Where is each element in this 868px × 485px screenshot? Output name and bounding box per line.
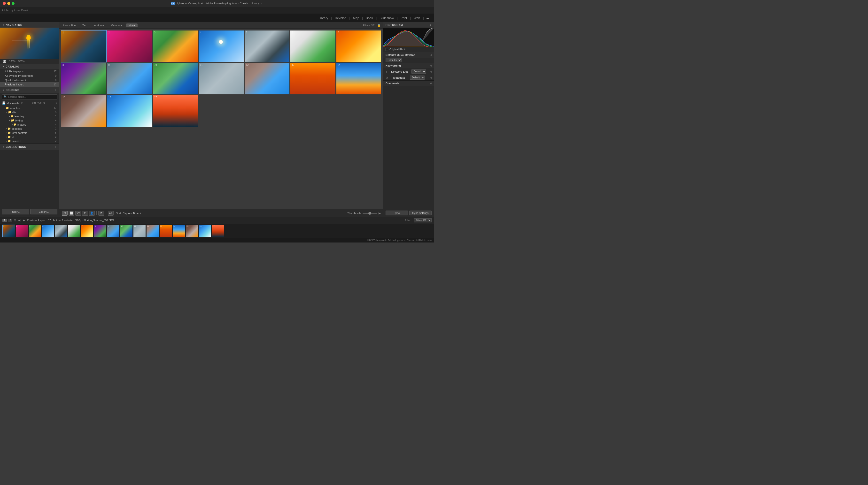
keyword-list-select[interactable]: Default [411, 69, 426, 73]
maximize-button[interactable] [11, 2, 14, 5]
folders-add-button[interactable]: + [55, 88, 57, 92]
filmstrip-grid-icon[interactable]: ⊞ [14, 219, 16, 222]
zoom-fit-button[interactable]: FIT [2, 60, 7, 63]
catalog-quick-collection[interactable]: Quick Collection + 0 [0, 78, 59, 82]
grid-cell-3[interactable]: 3 [153, 31, 198, 62]
folder-expand-icon[interactable]: ▶ [6, 128, 7, 130]
flag-button[interactable]: ⚑ [98, 211, 104, 216]
grid-cell-17[interactable]: 17 [153, 95, 198, 127]
view-grid-button[interactable]: ⊞ [62, 211, 68, 216]
catalog-synced-photos[interactable]: All Synced Photographs 0 [0, 73, 59, 78]
nav-print[interactable]: Print [398, 15, 409, 21]
grid-cell-1[interactable]: 1 [61, 31, 106, 62]
film-thumb-10[interactable]: 10 [120, 225, 133, 237]
film-thumb-13[interactable]: 13 [159, 225, 172, 237]
collections-add-button[interactable]: + [55, 145, 57, 149]
filmstrip-prev-button[interactable]: ◀ [18, 219, 21, 222]
sync-settings-button[interactable]: Sync Settings [409, 211, 432, 216]
collections-header[interactable]: ▼ Collections + [0, 144, 59, 150]
grid-cell-9[interactable]: 9 [107, 63, 152, 94]
folder-search-input[interactable]: 🔍 [2, 94, 57, 99]
title-chevron-icon[interactable]: ▼ [261, 2, 263, 5]
filmstrip-next-button[interactable]: ▶ [22, 219, 25, 222]
zoom-300-button[interactable]: 300% [18, 60, 25, 63]
grid-cell-5[interactable]: 5 [245, 31, 289, 62]
filmstrip-page-1[interactable]: 1 [2, 219, 7, 222]
nav-library[interactable]: Library [316, 15, 331, 21]
film-thumb-17[interactable]: 17 [212, 225, 224, 237]
photo-grid[interactable]: 1 2 3 4 [59, 29, 383, 209]
grid-cell-2[interactable]: 2 [107, 31, 152, 62]
folders-header[interactable]: ▼ Folders + [0, 87, 59, 93]
grid-cell-12[interactable]: 12 [245, 63, 289, 94]
folder-expand-icon[interactable]: ▶ [9, 116, 10, 118]
navigator-header[interactable]: ▼ Navigator [0, 22, 59, 28]
film-thumb-6[interactable]: 6 [68, 225, 81, 237]
nav-slideshow[interactable]: Slideshow [377, 15, 396, 21]
nav-web[interactable]: Web [411, 15, 423, 21]
comments-header[interactable]: Comments ◀ [383, 80, 434, 86]
folder-item-unicode[interactable]: ▶ 📁 unicode 2 [0, 139, 59, 143]
view-survey-button[interactable]: ⊟ [82, 211, 88, 216]
filter-metadata-button[interactable]: Metadata [108, 24, 124, 27]
keywording-header[interactable]: Keywording ◀ [383, 63, 434, 68]
grid-cell-4[interactable]: 4 [199, 31, 244, 62]
folder-item-dita[interactable]: ▼ 📁 dita 5 [0, 110, 59, 114]
folder-item-learning[interactable]: ▶ 📁 learning 1 [0, 114, 59, 118]
folder-item-tei[interactable]: ▶ 📁 tei 3 [0, 135, 59, 139]
folder-expand-icon[interactable]: ▼ [9, 120, 10, 121]
catalog-previous-import[interactable]: Previous Import 17 [0, 82, 59, 87]
folder-expand-icon[interactable]: ▶ [6, 136, 7, 138]
film-thumb-15[interactable]: 15 [186, 225, 198, 237]
folder-drive-item[interactable]: 💾 Macintosh HD 234 / 500 GB ▼ [0, 101, 59, 105]
grid-cell-11[interactable]: 11 [199, 63, 244, 94]
filter-lock-icon[interactable]: 🔒 [377, 24, 381, 27]
folder-item-images[interactable]: ▶ 📁 images 4 [0, 123, 59, 127]
sort-arrow-icon[interactable]: ▼ [140, 212, 142, 215]
catalog-header[interactable]: ▼ Catalog [0, 64, 59, 69]
original-photo-checkbox[interactable] [385, 48, 388, 51]
folder-item-form-controls[interactable]: ▶ 📁 form-controls 6 [0, 131, 59, 135]
nav-map[interactable]: Map [351, 15, 362, 21]
view-compare-button[interactable]: XY [75, 211, 81, 216]
film-thumb-7[interactable]: 7 [81, 225, 93, 237]
film-thumb-4[interactable]: 4 [42, 225, 54, 237]
close-button[interactable] [3, 2, 6, 5]
film-thumb-8[interactable]: 8 [94, 225, 106, 237]
quick-develop-header[interactable]: Defaults Quick Develop ◀ [383, 52, 434, 58]
quick-develop-preset-select[interactable]: Defaults [385, 58, 402, 62]
filter-text-button[interactable]: Text [80, 24, 90, 27]
catalog-all-photos[interactable]: All Photographs 17 [0, 69, 59, 73]
film-thumb-11[interactable]: 11 [133, 225, 146, 237]
thumbnail-size-slider[interactable] [363, 213, 377, 214]
grid-cell-13[interactable]: 13 [290, 63, 335, 94]
metadata-select[interactable]: Default [410, 75, 425, 79]
minimize-button[interactable] [7, 2, 10, 5]
folder-item-docbook[interactable]: ▶ 📁 docbook 1 [0, 127, 59, 131]
keyword-list-add-button[interactable]: + [385, 70, 388, 73]
grid-cell-14[interactable]: 14 [336, 63, 381, 94]
film-thumb-3[interactable]: 3 [29, 225, 41, 237]
navigator-preview[interactable] [0, 28, 59, 59]
import-button[interactable]: Import... [2, 209, 29, 215]
export-button[interactable]: Export... [30, 209, 58, 215]
sort-value[interactable]: Capture Time [123, 212, 138, 215]
nav-develop[interactable]: Develop [333, 15, 349, 21]
grid-cell-6[interactable]: 6 [290, 31, 335, 62]
cloud-icon[interactable]: ☁ [426, 16, 429, 20]
film-thumb-9[interactable]: 9 [107, 225, 120, 237]
sync-button[interactable]: Sync [385, 211, 408, 216]
film-thumb-16[interactable]: 16 [198, 225, 211, 237]
film-thumb-2[interactable]: 2 [16, 225, 28, 237]
grid-cell-15[interactable]: 15 [61, 95, 106, 127]
filter-attribute-button[interactable]: Attribute [92, 24, 106, 27]
filter-none-button[interactable]: None [126, 24, 137, 27]
zoom-100-button[interactable]: 100% [8, 60, 16, 63]
folder-expand-icon[interactable]: ▶ [6, 132, 7, 134]
nav-book[interactable]: Book [363, 15, 375, 21]
filmstrip-page-2[interactable]: 2 [8, 219, 12, 222]
film-thumb-5[interactable]: 5 [55, 225, 67, 237]
view-loupe-button[interactable]: ⬜ [68, 211, 74, 216]
sort-az-button[interactable]: AZ [108, 211, 114, 216]
folder-expand-icon[interactable]: ▼ [3, 107, 5, 109]
